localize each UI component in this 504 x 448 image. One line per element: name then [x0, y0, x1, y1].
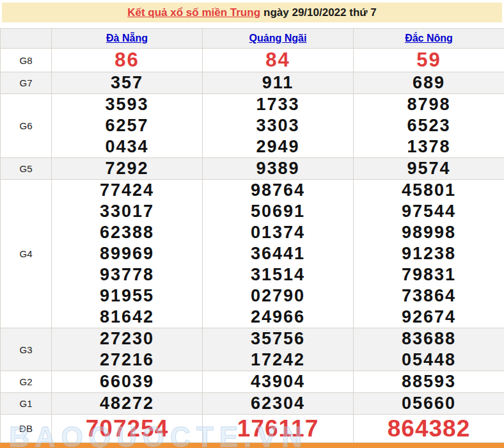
prize-number: 91238: [354, 243, 504, 264]
prize-label: G8: [1, 49, 52, 72]
prize-number: 3593: [52, 94, 202, 115]
prize-number: 27230: [52, 328, 202, 349]
prize-number: 8798: [354, 94, 504, 115]
prize-cell: 689: [354, 72, 504, 94]
prize-cell: 176117: [203, 415, 354, 443]
prize-number: 98998: [354, 222, 504, 243]
prize-number: 689: [354, 72, 504, 93]
province-link-3[interactable]: Đắc Nông: [405, 33, 453, 44]
prize-number: 50691: [203, 201, 353, 222]
prize-number: 357: [52, 72, 202, 93]
prize-number: 27216: [52, 349, 202, 371]
prize-cell: 88593: [354, 371, 504, 393]
prize-cell: 62304: [203, 393, 354, 415]
table-row: G2660394390488593: [1, 371, 504, 393]
table-row: ĐB707254176117864382: [1, 415, 504, 443]
prize-cell: 359362570434: [52, 94, 203, 158]
prize-label: G5: [1, 158, 52, 180]
prize-number: 17242: [203, 349, 353, 371]
table-row: G5729293899574: [1, 158, 504, 180]
prize-cell: 45801975449899891238798317386492674: [354, 180, 504, 328]
province-link-1[interactable]: Đà Nẵng: [106, 33, 148, 44]
prize-cell: 86: [52, 49, 203, 72]
prize-cell: 3575617242: [203, 328, 354, 371]
prize-number: 77424: [52, 180, 202, 201]
prize-label: G1: [1, 393, 52, 415]
prize-number: 9574: [354, 158, 504, 179]
prize-number: 66039: [52, 371, 202, 392]
prize-number: 45801: [354, 180, 504, 201]
prize-number: 33017: [52, 201, 202, 222]
prize-number: 1378: [354, 136, 504, 157]
table-header-row: Đà NẵngQuảng NgãiĐắc Nông: [1, 29, 504, 49]
prize-number: 79831: [354, 264, 504, 285]
prize-number: 83688: [354, 328, 504, 349]
prize-label: G6: [1, 94, 52, 158]
prize-label: G4: [1, 180, 52, 328]
prize-number: 84: [203, 49, 353, 72]
prize-number: 81642: [52, 307, 202, 328]
prize-cell: 59: [354, 49, 504, 72]
prize-cell: 8368805448: [354, 328, 504, 371]
prize-number: 36441: [203, 243, 353, 264]
prize-number: 93778: [52, 264, 202, 285]
column-header-cell: Đà Nẵng: [52, 29, 203, 49]
prize-cell: 864382: [354, 415, 504, 443]
prize-number: 73864: [354, 285, 504, 307]
prize-number: 05448: [354, 349, 504, 371]
prize-cell: 66039: [52, 371, 203, 393]
province-link-2[interactable]: Quảng Ngãi: [249, 33, 307, 44]
column-header-cell: Quảng Ngãi: [203, 29, 354, 49]
prize-number: 62304: [203, 393, 353, 414]
title-date: ngày 29/10/2022 thứ 7: [264, 6, 377, 19]
prize-number: 176117: [203, 415, 353, 442]
prize-number: 48272: [52, 393, 202, 414]
prize-cell: 707254: [52, 415, 203, 443]
prize-number: 05660: [354, 393, 504, 414]
prize-cell: 879865231378: [354, 94, 504, 158]
title-bar: Kết quả xổ số miền Trungngày 29/10/2022 …: [2, 3, 502, 22]
prize-cell: 9389: [203, 158, 354, 180]
prize-label: G3: [1, 328, 52, 371]
prize-number: 59: [354, 49, 504, 72]
prize-cell: 98764506910137436441315140279024966: [203, 180, 354, 328]
prize-cell: 84: [203, 49, 354, 72]
prize-number: 86: [52, 49, 202, 72]
table-row: G1482726230405660: [1, 393, 504, 415]
prize-number: 92674: [354, 307, 504, 328]
prize-number: 97544: [354, 201, 504, 222]
prize-number: 6257: [52, 115, 202, 136]
prize-number: 89969: [52, 243, 202, 264]
prize-number: 864382: [354, 415, 504, 442]
prize-number: 1733: [203, 94, 353, 115]
prize-label: G7: [1, 72, 52, 94]
prize-number: 43904: [203, 371, 353, 392]
prize-number: 3303: [203, 115, 353, 136]
prize-cell: 2723027216: [52, 328, 203, 371]
prize-number: 911: [203, 72, 353, 93]
corner-cell: [1, 29, 52, 49]
prize-number: 0434: [52, 136, 202, 157]
bottom-orange-bar: [0, 443, 504, 448]
table-row: G8868459: [1, 49, 504, 72]
prize-number: 9389: [203, 158, 353, 179]
prize-cell: 911: [203, 72, 354, 94]
prize-number: 01374: [203, 222, 353, 243]
table-row: G3272302721635756172428368805448: [1, 328, 504, 371]
prize-number: 98764: [203, 180, 353, 201]
prize-cell: 173333032949: [203, 94, 354, 158]
prize-number: 7292: [52, 158, 202, 179]
prize-number: 02790: [203, 285, 353, 307]
prize-cell: 77424330176238889969937789195581642: [52, 180, 203, 328]
prize-label: ĐB: [1, 415, 52, 443]
table-row: G7357911689: [1, 72, 504, 94]
prize-number: 35756: [203, 328, 353, 349]
prize-number: 88593: [354, 371, 504, 392]
prize-cell: 7292: [52, 158, 203, 180]
title-link[interactable]: Kết quả xổ số miền Trung: [127, 6, 260, 19]
prize-cell: 9574: [354, 158, 504, 180]
prize-number: 707254: [52, 415, 202, 442]
prize-label: G2: [1, 371, 52, 393]
prize-cell: 357: [52, 72, 203, 94]
prize-cell: 05660: [354, 393, 504, 415]
